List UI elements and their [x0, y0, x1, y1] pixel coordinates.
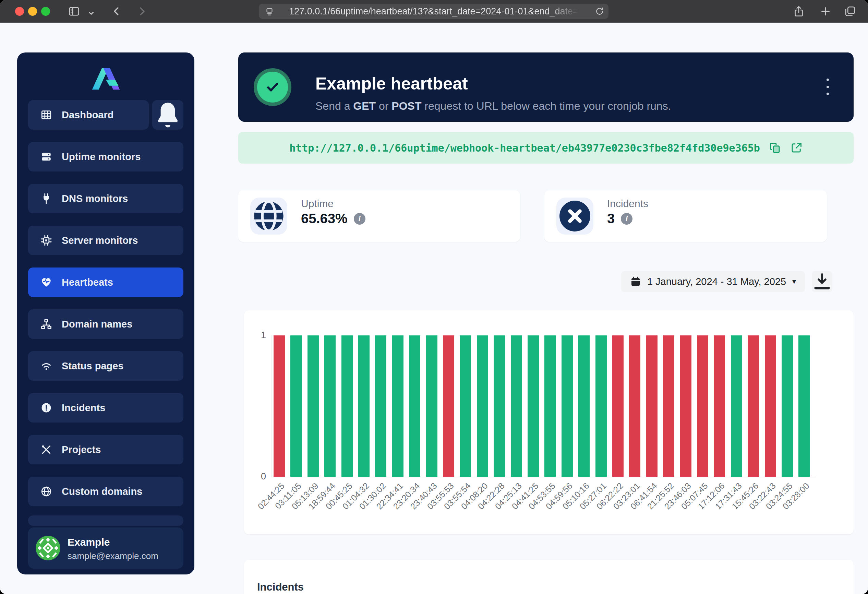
- sidebar-item-label: Projects: [62, 444, 101, 455]
- sidebar-item-label: Domain names: [62, 319, 132, 330]
- chart-bar-down[interactable]: [663, 335, 674, 477]
- close-window-button[interactable]: [15, 7, 24, 16]
- webhook-url[interactable]: http://127.0.0.1/66uptime/webhook-heartb…: [289, 142, 760, 154]
- chart-bar-up[interactable]: [307, 335, 319, 477]
- sidebar-item-projects[interactable]: Projects: [28, 435, 183, 464]
- copy-icon[interactable]: [769, 142, 781, 154]
- sidebar-item-label: Server monitors: [62, 235, 138, 246]
- browser-toolbar: 127.0.0.1/66uptime/heartbeat/13?&start_d…: [0, 0, 868, 23]
- x-axis-line: [271, 477, 816, 477]
- y-axis-tick-0: 0: [247, 471, 266, 482]
- sidebar-item-label: Custom domains: [62, 486, 142, 497]
- chart-bar-up[interactable]: [561, 335, 573, 477]
- share-icon[interactable]: [793, 5, 805, 18]
- app-window: 127.0.0.1/66uptime/heartbeat/13?&start_d…: [0, 0, 868, 594]
- chart-bar-down[interactable]: [697, 335, 708, 477]
- user-name: Example: [68, 536, 110, 548]
- tab-overview-icon[interactable]: [844, 5, 856, 18]
- chart-bar-down[interactable]: [273, 335, 285, 477]
- date-range-picker[interactable]: 1 January, 2024 - 31 May, 2025 ▾: [621, 271, 805, 292]
- back-icon[interactable]: [111, 5, 123, 18]
- download-icon: [812, 271, 833, 292]
- sidebar-item-label: Uptime monitors: [62, 151, 140, 163]
- sidebar-item-uptime-monitors[interactable]: Uptime monitors: [28, 142, 183, 171]
- notifications-button[interactable]: [152, 100, 183, 130]
- chart-bar-down[interactable]: [714, 335, 725, 477]
- chart-bar-up[interactable]: [528, 335, 539, 477]
- heartbeat-header-card: Example heartbeat Send a GET or POST req…: [238, 52, 853, 122]
- info-icon[interactable]: i: [354, 213, 365, 225]
- more-options-icon[interactable]: [821, 77, 834, 96]
- chart-bar-up[interactable]: [460, 335, 471, 477]
- date-range-label: 1 January, 2024 - 31 May, 2025: [647, 276, 786, 287]
- chart-bar-up[interactable]: [731, 335, 742, 477]
- y-axis-tick-1: 1: [247, 330, 266, 341]
- new-tab-icon[interactable]: [819, 5, 832, 18]
- chart-bar-up[interactable]: [358, 335, 369, 477]
- reload-icon[interactable]: [595, 6, 604, 16]
- chart-bar-down[interactable]: [443, 335, 454, 477]
- chart-bar-up[interactable]: [545, 335, 556, 477]
- uptime-stat-card: Uptime 65.63%i: [238, 190, 520, 242]
- chip-icon: [40, 235, 52, 246]
- sidebar-item-dashboard[interactable]: Dashboard: [28, 100, 149, 130]
- chart-bar-down[interactable]: [612, 335, 624, 477]
- site-settings-icon[interactable]: [264, 6, 275, 16]
- bell-icon: [152, 99, 183, 131]
- grid-icon: [40, 109, 52, 121]
- chart-bar-up[interactable]: [392, 335, 403, 477]
- user-email: sample@example.com: [68, 551, 158, 561]
- x-circle-icon: [557, 198, 593, 235]
- chart-bar-up[interactable]: [782, 335, 793, 477]
- sidebar-item-domain-names[interactable]: Domain names: [28, 309, 183, 339]
- page-subtitle: Send a GET or POST request to URL below …: [315, 100, 671, 112]
- chart-bar-up[interactable]: [341, 335, 353, 477]
- chart-bar-down[interactable]: [765, 335, 776, 477]
- sidebar-item-server-monitors[interactable]: Server monitors: [28, 226, 183, 255]
- page-body: Example sample@example.com DashboardUpti…: [0, 23, 868, 594]
- sidebar-item-incidents[interactable]: Incidents: [28, 393, 183, 423]
- chart-bar-up[interactable]: [375, 335, 386, 477]
- calendar-icon: [630, 276, 641, 287]
- chart-bar-down[interactable]: [748, 335, 759, 477]
- chevron-down-icon[interactable]: [86, 7, 96, 19]
- chart-bar-up[interactable]: [409, 335, 420, 477]
- sidebar-toggle-icon[interactable]: [68, 5, 80, 18]
- sidebar-item-status-pages[interactable]: Status pages: [28, 351, 183, 381]
- y-axis-line: [271, 335, 272, 477]
- sidebar-item-partial[interactable]: [28, 516, 183, 526]
- chart-bar-up[interactable]: [426, 335, 437, 477]
- chart-bar-down[interactable]: [629, 335, 641, 477]
- chart-bar-up[interactable]: [511, 335, 522, 477]
- external-link-icon[interactable]: [790, 142, 803, 154]
- info-icon[interactable]: i: [621, 213, 632, 225]
- chart-bar-down[interactable]: [680, 335, 691, 477]
- chart-bar-up[interactable]: [494, 335, 505, 477]
- sidebar-item-label: Heartbeats: [62, 277, 113, 288]
- download-button[interactable]: [812, 271, 833, 292]
- app-logo[interactable]: [90, 59, 123, 92]
- chart-bar-up[interactable]: [595, 335, 607, 477]
- sidebar-item-heartbeats[interactable]: Heartbeats: [28, 267, 183, 297]
- chart-bar-up[interactable]: [324, 335, 336, 477]
- chart-bar-down[interactable]: [646, 335, 657, 477]
- status-up-badge: [254, 68, 291, 106]
- chart-bar-up[interactable]: [477, 335, 488, 477]
- chart-bar-up[interactable]: [799, 335, 810, 477]
- address-bar[interactable]: 127.0.0.1/66uptime/heartbeat/13?&start_d…: [259, 4, 608, 19]
- chart-bar-up[interactable]: [578, 335, 590, 477]
- heartbeat-icon: [40, 276, 52, 288]
- chart-bar-up[interactable]: [290, 335, 302, 477]
- webhook-url-bar: http://127.0.0.1/66uptime/webhook-heartb…: [238, 132, 853, 164]
- stat-label: Incidents: [607, 198, 648, 210]
- sidebar-item-custom-domains[interactable]: Custom domains: [28, 477, 183, 506]
- globe-icon: [40, 486, 52, 497]
- forward-icon[interactable]: [136, 5, 148, 18]
- user-menu[interactable]: Example sample@example.com: [28, 528, 183, 569]
- sidebar-item-dns-monitors[interactable]: DNS monitors: [28, 184, 183, 213]
- sidebar: Example sample@example.com DashboardUpti…: [17, 52, 194, 575]
- minimize-window-button[interactable]: [28, 7, 37, 16]
- avatar: [35, 536, 61, 560]
- url-text: 127.0.0.1/66uptime/heartbeat/13?&start_d…: [289, 6, 578, 17]
- zoom-window-button[interactable]: [41, 7, 50, 16]
